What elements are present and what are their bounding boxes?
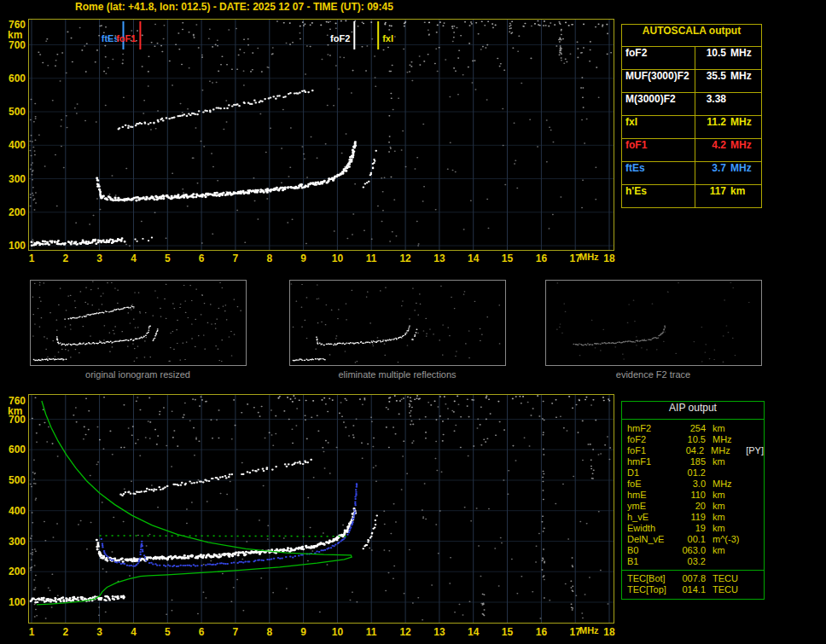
param-name: hmF2 bbox=[627, 423, 675, 434]
param-name: D1 bbox=[627, 467, 675, 479]
param-value: 014.1 bbox=[675, 584, 706, 595]
svg-text:500: 500 bbox=[9, 474, 26, 486]
svg-text:8: 8 bbox=[266, 626, 272, 638]
param-label: fxI bbox=[622, 116, 695, 138]
autoscala-row-M3000F2: M(3000)F2 3.38 bbox=[622, 93, 761, 116]
autoscala-row-ftEs: ftEs 3.7 MHz bbox=[622, 162, 761, 185]
svg-text:300: 300 bbox=[9, 173, 26, 185]
svg-text:1: 1 bbox=[29, 252, 35, 264]
param-flag: [PY] bbox=[746, 445, 764, 456]
thumb-evidence-f2-trace bbox=[546, 281, 762, 366]
station-date-time-header: Rome (lat: +41.8, lon: 012.5) - DATE: 20… bbox=[75, 1, 393, 13]
thumb-caption-original: original ionogram resized bbox=[30, 369, 246, 380]
svg-text:2: 2 bbox=[62, 252, 68, 264]
param-name: hmE bbox=[627, 490, 675, 501]
param-unit: TECU bbox=[706, 573, 748, 584]
svg-text:6: 6 bbox=[199, 252, 205, 264]
svg-text:9: 9 bbox=[300, 626, 306, 638]
svg-text:15: 15 bbox=[502, 252, 514, 264]
svg-text:7: 7 bbox=[233, 626, 239, 638]
svg-text:2: 2 bbox=[62, 626, 68, 638]
param-unit: km bbox=[706, 512, 748, 523]
param-unit: km bbox=[706, 523, 748, 534]
param-unit bbox=[706, 556, 748, 567]
svg-text:12: 12 bbox=[399, 626, 411, 638]
param-value: 01.2 bbox=[675, 467, 706, 479]
svg-text:600: 600 bbox=[9, 73, 26, 84]
aip-panel-title: AIP output bbox=[622, 402, 764, 420]
param-unit: MHz bbox=[726, 162, 761, 184]
thumb-caption-evidence: evidence F2 trace bbox=[545, 369, 761, 380]
param-name: Ewidth bbox=[627, 523, 675, 534]
svg-text:6: 6 bbox=[199, 626, 205, 638]
svg-text:4: 4 bbox=[131, 252, 137, 264]
svg-text:MHz: MHz bbox=[579, 252, 599, 262]
param-value: 10.5 bbox=[675, 434, 706, 445]
svg-text:foF1: foF1 bbox=[116, 33, 136, 44]
param-unit: MHz bbox=[726, 47, 761, 69]
param-value: 3.7 bbox=[695, 162, 726, 184]
param-value: 117 bbox=[695, 185, 726, 207]
param-value: 11.2 bbox=[695, 116, 726, 138]
param-label: MUF(3000)F2 bbox=[622, 70, 695, 92]
svg-text:100: 100 bbox=[9, 596, 26, 608]
svg-text:100: 100 bbox=[9, 240, 26, 252]
thumb-caption-eliminate: eliminate multiple reflections bbox=[289, 369, 505, 380]
aip-row-hmF2: hmF2 254 km bbox=[627, 423, 764, 434]
param-label: h'Es bbox=[622, 185, 695, 207]
svg-text:10: 10 bbox=[332, 626, 344, 638]
aip-tec-section: TEC[Bot] 007.8 TECU TEC[Top] 014.1 TECU bbox=[622, 570, 764, 599]
param-name: B1 bbox=[627, 556, 675, 567]
svg-text:8: 8 bbox=[266, 252, 272, 264]
main-ionogram: 100200300400500600700760km12345678910111… bbox=[8, 19, 615, 264]
param-value: 119 bbox=[675, 512, 706, 523]
param-label: foF1 bbox=[622, 139, 695, 161]
param-value: 03.2 bbox=[675, 556, 706, 567]
aip-row-Ewidth: Ewidth 19 km bbox=[627, 523, 764, 534]
aip-row-foE: foE 3.0 MHz bbox=[627, 479, 764, 490]
autoscala-row-fxI: fxI 11.2 MHz bbox=[622, 116, 761, 139]
thumb-original-ionogram bbox=[31, 281, 247, 366]
param-value: 110 bbox=[675, 490, 706, 501]
param-name: DelN_vE bbox=[627, 534, 675, 545]
svg-text:km: km bbox=[8, 29, 22, 41]
param-value: 3.38 bbox=[695, 93, 726, 115]
param-unit: TECU bbox=[706, 584, 748, 595]
svg-text:fxI: fxI bbox=[382, 33, 393, 44]
svg-text:7: 7 bbox=[233, 252, 239, 264]
param-value: 063.0 bbox=[675, 545, 706, 556]
param-value: 185 bbox=[675, 456, 706, 467]
svg-text:14: 14 bbox=[468, 626, 480, 638]
param-unit: MHz bbox=[706, 434, 748, 445]
param-name: hmF1 bbox=[627, 456, 675, 467]
param-value: 35.5 bbox=[695, 70, 726, 92]
autoscala-row-hEs: h'Es 117 km bbox=[622, 185, 761, 207]
param-name: TEC[Bot] bbox=[627, 573, 675, 584]
svg-text:600: 600 bbox=[9, 444, 26, 455]
aip-row-TEC-top: TEC[Top] 014.1 TECU bbox=[627, 584, 764, 595]
param-value: 4.2 bbox=[695, 139, 726, 161]
param-value: 10.5 bbox=[695, 47, 726, 69]
svg-text:3: 3 bbox=[96, 626, 102, 638]
autoscala-row-foF2: foF2 10.5 MHz bbox=[622, 47, 761, 70]
aip-row-B0: B0 063.0 km bbox=[627, 545, 764, 556]
aip-row-h_vE: h_vE 119 km bbox=[627, 512, 764, 523]
svg-text:15: 15 bbox=[502, 626, 514, 638]
thumb-eliminate-reflections bbox=[290, 281, 506, 366]
aip-row-TEC-bot: TEC[Bot] 007.8 TECU bbox=[627, 573, 764, 584]
param-name: TEC[Top] bbox=[627, 584, 675, 595]
svg-text:12: 12 bbox=[399, 252, 411, 264]
param-label: ftEs bbox=[622, 162, 695, 184]
param-name: B0 bbox=[627, 545, 675, 556]
autoscala-row-MUF3000F2: MUF(3000)F2 35.5 MHz bbox=[622, 70, 761, 93]
param-value: 19 bbox=[675, 523, 706, 534]
param-unit: MHz bbox=[726, 116, 761, 138]
svg-text:10: 10 bbox=[332, 252, 344, 264]
param-unit: km bbox=[706, 490, 748, 501]
param-value: 20 bbox=[675, 501, 706, 512]
param-unit: km bbox=[706, 423, 748, 434]
svg-text:11: 11 bbox=[366, 626, 377, 638]
svg-text:18: 18 bbox=[603, 252, 615, 264]
svg-text:11: 11 bbox=[366, 252, 377, 264]
svg-text:5: 5 bbox=[165, 626, 171, 638]
